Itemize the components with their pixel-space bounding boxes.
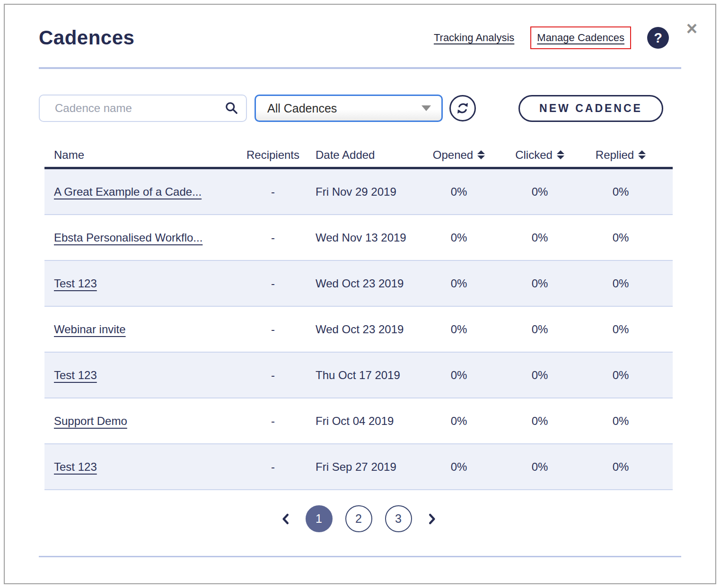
date-added-value: Wed Nov 13 2019	[304, 231, 418, 244]
table-row: Test 123 - Thu Oct 17 2019 0% 0% 0%	[44, 353, 673, 398]
date-added-value: Wed Oct 23 2019	[304, 323, 418, 336]
header-links: Tracking Analysis Manage Cadences ?	[434, 26, 669, 49]
table-header: Name Recipients Date Added Opened Clicke…	[44, 143, 673, 169]
recipients-value: -	[242, 323, 304, 336]
replied-value: 0%	[580, 277, 661, 290]
recipients-value: -	[242, 369, 304, 382]
clicked-value: 0%	[500, 277, 580, 290]
date-added-value: Fri Oct 04 2019	[304, 415, 418, 428]
table-row: Ebsta Personalised Workflo... - Wed Nov …	[44, 215, 673, 261]
close-icon[interactable]: ×	[686, 19, 697, 38]
cadence-name-link[interactable]: Test 123	[54, 460, 97, 473]
clicked-value: 0%	[500, 415, 580, 428]
cadence-name-link[interactable]: Ebsta Personalised Workflo...	[54, 231, 202, 244]
help-icon[interactable]: ?	[647, 27, 669, 49]
search-icon[interactable]	[224, 101, 238, 115]
cadence-name-link[interactable]: Webinar invite	[54, 323, 126, 336]
cadences-modal: × Cadences Tracking Analysis Manage Cade…	[4, 4, 716, 584]
search-field-wrap	[39, 95, 247, 122]
page-button-1[interactable]: 1	[306, 505, 333, 532]
date-added-value: Fri Sep 27 2019	[304, 460, 418, 474]
table-row: Test 123 - Wed Oct 23 2019 0% 0% 0%	[44, 261, 673, 307]
clicked-value: 0%	[500, 323, 580, 336]
date-added-value: Wed Oct 23 2019	[304, 277, 418, 290]
replied-value: 0%	[580, 185, 661, 199]
clicked-value: 0%	[500, 369, 580, 382]
page-button-2[interactable]: 2	[345, 505, 372, 532]
pagination: 1 2 3	[44, 505, 673, 532]
search-input[interactable]	[39, 95, 247, 122]
table-row: A Great Example of a Cade... - Fri Nov 2…	[44, 169, 673, 215]
recipients-value: -	[242, 277, 304, 290]
date-added-value: Thu Oct 17 2019	[304, 369, 418, 382]
date-added-value: Fri Nov 29 2019	[304, 185, 418, 199]
opened-value: 0%	[418, 415, 500, 428]
table-row: Support Demo - Fri Oct 04 2019 0% 0% 0%	[44, 398, 673, 444]
refresh-icon	[455, 101, 470, 116]
cadence-filter-select[interactable]: All Cadences	[255, 95, 443, 122]
cadence-name-link[interactable]: A Great Example of a Cade...	[54, 185, 202, 198]
replied-value: 0%	[580, 415, 661, 428]
cadence-name-link[interactable]: Test 123	[54, 369, 97, 381]
page-button-3[interactable]: 3	[385, 505, 412, 532]
manage-cadences-highlight-box: Manage Cadences	[530, 26, 631, 49]
header: Cadences Tracking Analysis Manage Cadenc…	[39, 26, 681, 49]
tracking-analysis-link[interactable]: Tracking Analysis	[434, 32, 514, 44]
cadence-name-link[interactable]: Support Demo	[54, 415, 127, 427]
table-row: Test 123 - Fri Sep 27 2019 0% 0% 0%	[44, 444, 673, 490]
cadence-filter-value: All Cadences	[267, 102, 337, 115]
next-page-icon[interactable]	[425, 512, 439, 526]
column-header-clicked[interactable]: Clicked	[500, 148, 580, 162]
prev-page-icon[interactable]	[279, 512, 293, 526]
recipients-value: -	[242, 415, 304, 428]
replied-value: 0%	[580, 460, 661, 474]
footer-divider	[39, 556, 681, 557]
cadence-name-link[interactable]: Test 123	[54, 277, 97, 290]
opened-value: 0%	[418, 369, 500, 382]
column-header-name: Name	[44, 148, 242, 162]
chevron-down-icon	[421, 105, 431, 111]
manage-cadences-link[interactable]: Manage Cadences	[537, 32, 624, 43]
clicked-value: 0%	[500, 231, 580, 244]
opened-value: 0%	[418, 460, 500, 474]
cadences-table: Name Recipients Date Added Opened Clicke…	[44, 143, 673, 490]
replied-value: 0%	[580, 231, 661, 244]
table-row: Webinar invite - Wed Oct 23 2019 0% 0% 0…	[44, 307, 673, 353]
replied-label: Replied	[596, 148, 634, 162]
column-header-replied[interactable]: Replied	[580, 148, 661, 162]
sort-icon	[557, 150, 564, 159]
new-cadence-button[interactable]: NEW CADENCE	[518, 95, 663, 122]
sort-icon	[638, 150, 646, 159]
sort-icon	[477, 150, 485, 159]
recipients-value: -	[242, 231, 304, 244]
refresh-button[interactable]	[449, 95, 476, 121]
clicked-value: 0%	[500, 460, 580, 474]
recipients-value: -	[242, 185, 304, 199]
opened-label: Opened	[433, 148, 473, 162]
opened-value: 0%	[418, 277, 500, 290]
column-header-opened[interactable]: Opened	[418, 148, 500, 162]
clicked-label: Clicked	[515, 148, 553, 162]
page-title: Cadences	[39, 26, 134, 49]
opened-value: 0%	[418, 323, 500, 336]
column-header-date-added: Date Added	[304, 148, 418, 162]
header-divider	[39, 67, 681, 69]
replied-value: 0%	[580, 369, 661, 382]
recipients-value: -	[242, 460, 304, 474]
opened-value: 0%	[418, 231, 500, 244]
replied-value: 0%	[580, 323, 661, 336]
clicked-value: 0%	[500, 185, 580, 199]
opened-value: 0%	[418, 185, 500, 199]
column-header-recipients: Recipients	[242, 148, 304, 162]
toolbar: All Cadences NEW CADENCE	[39, 95, 681, 122]
